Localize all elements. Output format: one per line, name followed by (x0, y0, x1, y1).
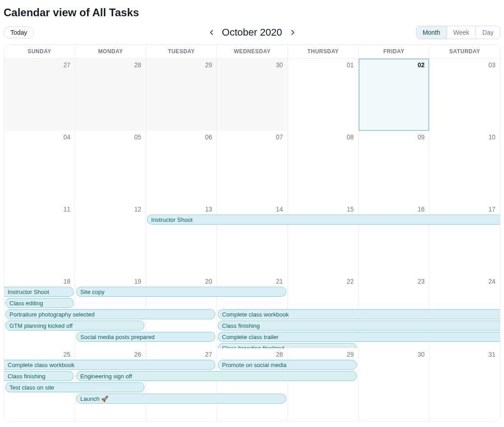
day-number: 28 (134, 61, 141, 69)
calendar-day-cell[interactable]: 12 (75, 203, 146, 275)
day-number: 20 (205, 278, 212, 285)
day-number: 12 (134, 206, 141, 213)
calendar-day-cell[interactable]: 27 (146, 348, 217, 421)
chevron-right-icon (289, 29, 296, 36)
calendar-day-cell[interactable]: 13 (146, 203, 217, 275)
calendar-week-row: 27282930010203 (4, 59, 500, 131)
day-number: 31 (488, 351, 495, 358)
prev-month-button[interactable] (207, 28, 217, 37)
day-number: 03 (488, 61, 495, 69)
calendar-event[interactable]: Engineering sign off (76, 371, 357, 381)
calendar-event[interactable]: Instructor Shoot (4, 287, 74, 297)
calendar-week-row: 04050607080910 (4, 131, 500, 203)
calendar-day-cell[interactable]: 28 (75, 59, 146, 131)
day-number: 27 (63, 61, 70, 69)
calendar-day-cell[interactable]: 10 (429, 131, 500, 203)
calendar-day-cell[interactable]: 28 (217, 348, 287, 421)
day-number: 19 (134, 278, 141, 285)
calendar-event[interactable]: Instructor Shoot (147, 215, 500, 225)
calendar-week: 11121314151617Instructor Shoot (4, 203, 500, 275)
day-of-week-header: WEDNESDAY (217, 45, 287, 59)
calendar-day-cell[interactable]: 31 (429, 348, 500, 421)
day-number: 05 (134, 133, 141, 141)
chevron-left-icon (208, 29, 215, 36)
day-number: 06 (205, 133, 212, 141)
calendar-page: Calendar view of All Tasks Today October… (0, 0, 504, 427)
calendar-day-cell[interactable]: 01 (287, 59, 358, 131)
calendar-week: 25262728293031Complete class workbookPro… (4, 348, 500, 421)
calendar-day-cell[interactable]: 02 (358, 59, 429, 131)
calendar-day-cell[interactable]: 09 (358, 131, 429, 203)
day-number: 09 (417, 133, 425, 141)
day-number: 07 (276, 133, 283, 141)
calendar-day-cell[interactable]: 30 (358, 348, 429, 421)
calendar-day-cell[interactable]: 04 (4, 131, 75, 203)
day-of-week-header: THURSDAY (287, 45, 358, 59)
calendar-day-cell[interactable]: 17 (429, 203, 500, 275)
day-of-week-header-row: SUNDAYMONDAYTUESDAYWEDNESDAYTHURSDAYFRID… (4, 45, 500, 59)
day-number: 21 (276, 278, 283, 285)
day-number: 10 (488, 133, 495, 141)
calendar-week: 18192021222324Instructor ShootSite copyC… (4, 275, 500, 348)
calendar-event[interactable]: Complete class workbook (4, 360, 215, 370)
calendar-weeks-container: 2728293001020304050607080910111213141516… (4, 59, 500, 421)
calendar-event[interactable]: Launch 🚀 (76, 394, 286, 404)
day-number: 22 (347, 278, 354, 285)
next-month-button[interactable] (287, 28, 297, 37)
view-switcher: Month Week Day (416, 26, 500, 39)
day-of-week-header: SUNDAY (4, 45, 75, 59)
calendar-event[interactable]: GTM planning kicked off (5, 321, 144, 331)
page-title: Calendar view of All Tasks (4, 6, 500, 19)
calendar-day-cell[interactable]: 16 (358, 203, 429, 275)
calendar-event[interactable]: Class finishing (4, 371, 74, 381)
day-number: 02 (417, 61, 425, 69)
period-navigator: October 2020 (207, 27, 297, 38)
calendar-event[interactable]: Portraiture photography selected (5, 309, 215, 319)
calendar-day-cell[interactable]: 27 (4, 59, 75, 131)
day-number: 30 (276, 61, 283, 69)
day-number: 28 (276, 351, 283, 358)
day-number: 04 (63, 133, 70, 141)
calendar-event[interactable]: Test class on site (5, 382, 144, 392)
calendar-day-cell[interactable]: 11 (4, 203, 75, 275)
calendar-event[interactable]: Class finishing (218, 321, 500, 331)
day-number: 18 (63, 278, 70, 285)
day-number: 30 (417, 351, 425, 358)
day-number: 27 (205, 351, 212, 358)
calendar-day-cell[interactable]: 05 (75, 131, 146, 203)
view-day-button[interactable]: Day (476, 26, 500, 39)
day-of-week-header: FRIDAY (358, 45, 429, 59)
day-number: 01 (347, 61, 354, 69)
calendar-event[interactable]: Complete class trailer (218, 332, 500, 342)
calendar-event[interactable]: Class branding finalized (218, 343, 357, 348)
calendar-day-cell[interactable]: 29 (287, 348, 358, 421)
calendar-day-cell[interactable]: 07 (217, 131, 287, 203)
calendar-day-cell[interactable]: 08 (287, 131, 358, 203)
period-label: October 2020 (222, 27, 282, 38)
day-number: 13 (205, 206, 212, 213)
calendar-week: 27282930010203 (4, 59, 500, 131)
calendar-day-cell[interactable]: 14 (217, 203, 287, 275)
view-week-button[interactable]: Week (447, 26, 476, 39)
calendar-day-cell[interactable]: 06 (146, 131, 217, 203)
day-of-week-header: SATURDAY (429, 45, 500, 59)
day-number: 25 (63, 351, 70, 358)
calendar-day-cell[interactable]: 03 (429, 59, 500, 131)
calendar-grid: SUNDAYMONDAYTUESDAYWEDNESDAYTHURSDAYFRID… (4, 44, 500, 422)
calendar-event[interactable]: Social media posts prepared (76, 332, 215, 342)
day-number: 16 (417, 206, 425, 213)
calendar-day-cell[interactable]: 29 (146, 59, 217, 131)
calendar-day-cell[interactable]: 30 (217, 59, 287, 131)
day-number: 14 (276, 206, 283, 213)
day-of-week-header: TUESDAY (146, 45, 217, 59)
day-of-week-header: MONDAY (75, 45, 146, 59)
calendar-event[interactable]: Class editing (5, 298, 74, 308)
calendar-week-row: 11121314151617 (4, 203, 500, 275)
calendar-day-cell[interactable]: 15 (287, 203, 358, 275)
view-month-button[interactable]: Month (416, 26, 447, 39)
calendar-event[interactable]: Site copy (76, 287, 286, 297)
day-number: 08 (347, 133, 354, 141)
calendar-event[interactable]: Promote on social media (218, 360, 357, 370)
today-button[interactable]: Today (4, 27, 34, 38)
calendar-event[interactable]: Complete class workbook (218, 309, 500, 319)
